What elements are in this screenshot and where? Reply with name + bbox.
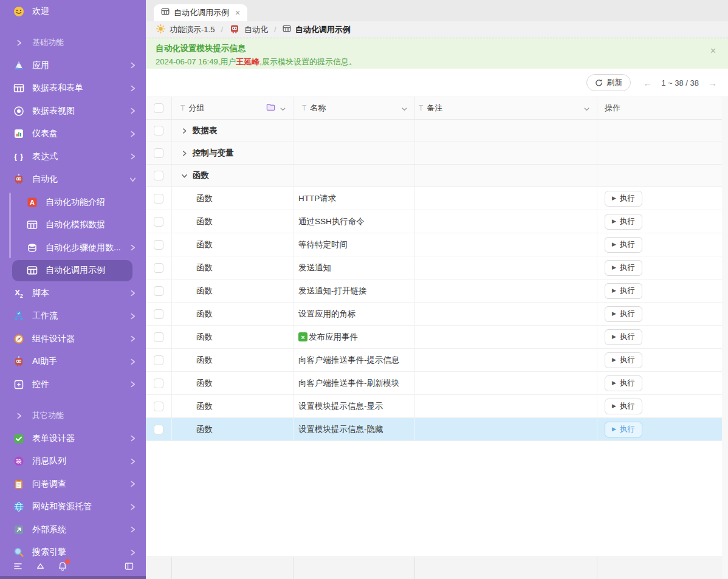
execute-button[interactable]: ▶执行 <box>605 399 642 414</box>
menu-lines-icon[interactable] <box>13 562 23 570</box>
sidebar-item-4[interactable]: 数据表视图 <box>0 100 146 123</box>
group-cell: 函数 <box>172 256 294 279</box>
row-checkbox[interactable] <box>154 217 163 227</box>
row-checkbox[interactable] <box>154 126 163 135</box>
close-icon[interactable]: × <box>710 46 716 56</box>
row-checkbox[interactable] <box>154 148 163 158</box>
sidebar-item-19[interactable]: 消息队列 <box>0 450 146 473</box>
panel-toggle-icon[interactable] <box>125 562 134 570</box>
sidebar-item-label: 自动化 <box>32 174 129 185</box>
row-checkbox[interactable] <box>154 355 163 365</box>
note-cell <box>415 326 597 348</box>
execute-button[interactable]: ▶执行 <box>605 352 642 368</box>
execute-button[interactable]: ▶执行 <box>605 214 642 230</box>
eject-icon[interactable] <box>36 563 45 570</box>
row-checkbox[interactable] <box>154 402 163 411</box>
sidebar-item-5[interactable]: 仪表盘 <box>0 123 146 146</box>
table-row-9[interactable]: 函数×发布应用事件▶执行 <box>146 326 722 349</box>
refresh-button[interactable]: 刷新 <box>586 74 631 91</box>
sidebar-section-17[interactable]: 其它功能 <box>0 405 146 428</box>
sidebar-item-11[interactable]: 自动化调用示例 <box>0 259 146 283</box>
vertical-scrollbar[interactable] <box>723 97 728 579</box>
group-cell: 函数 <box>172 210 294 233</box>
close-icon[interactable]: × <box>235 9 240 17</box>
row-checkbox[interactable] <box>154 332 163 342</box>
table-row-3[interactable]: 函数HTTP请求▶执行 <box>146 187 722 210</box>
sidebar-item-label: 组件设计器 <box>32 334 129 344</box>
row-checkbox[interactable] <box>154 263 163 273</box>
sidebar-item-21[interactable]: 网站和资源托管 <box>0 496 146 519</box>
group-cell[interactable]: 控制与变量 <box>172 142 294 164</box>
sidebar-item-12[interactable]: X2脚本 <box>0 282 146 305</box>
table-row-12[interactable]: 函数设置模块提示信息-显示▶执行 <box>146 395 722 418</box>
select-all-checkbox[interactable] <box>154 103 163 113</box>
row-checkbox[interactable] <box>154 240 163 250</box>
row-checkbox[interactable] <box>154 425 163 434</box>
breadcrumb-item-1[interactable]: 自动化 <box>229 23 268 36</box>
row-checkbox[interactable] <box>154 286 163 296</box>
sidebar-item-13[interactable]: 工作流 <box>0 305 146 328</box>
execute-button[interactable]: ▶执行 <box>605 283 642 299</box>
app-root: 欢迎基础功能应用数据表和表单数据表视图仪表盘{ }表达式自动化A自动化功能介绍自… <box>0 0 728 579</box>
row-checkbox[interactable] <box>154 309 163 319</box>
chevron-down-icon[interactable] <box>181 173 188 179</box>
sidebar-item-20[interactable]: 问卷调查 <box>0 473 146 496</box>
header-group[interactable]: T分组 <box>172 97 294 119</box>
breadcrumb-item-0[interactable]: 功能演示-1.5 <box>156 24 215 35</box>
execute-button[interactable]: ▶执行 <box>605 237 642 253</box>
sidebar-item-15[interactable]: AI助手 <box>0 351 146 374</box>
sidebar-item-10[interactable]: 自动化步骤使用数... <box>0 236 146 259</box>
prev-page-icon[interactable]: ← <box>643 78 652 88</box>
sidebar-item-3[interactable]: 数据表和表单 <box>0 77 146 100</box>
table-row-6[interactable]: 函数发送通知▶执行 <box>146 256 722 279</box>
action-cell <box>597 142 722 164</box>
group-cell: 函数 <box>172 418 294 440</box>
breadcrumb-item-2[interactable]: 自动化调用示例 <box>283 24 351 35</box>
table-row-8[interactable]: 函数设置应用的角标▶执行 <box>146 303 722 326</box>
group-row-0[interactable]: 数据表 <box>146 120 722 142</box>
sidebar-item-23[interactable]: 搜索引擎 <box>0 541 146 558</box>
sidebar-item-22[interactable]: 外部系统 <box>0 518 146 541</box>
sidebar-item-18[interactable]: 表单设计器 <box>0 427 146 450</box>
chevron-right-icon[interactable] <box>181 128 188 134</box>
execute-button[interactable]: ▶执行 <box>605 422 642 437</box>
tab-automation-call-example[interactable]: 自动化调用示例 × <box>154 4 247 21</box>
sidebar-section-label: 基础功能 <box>32 37 136 48</box>
row-checkbox[interactable] <box>154 171 163 180</box>
sidebar-item-2[interactable]: 应用 <box>0 54 146 77</box>
table-row-4[interactable]: 函数通过SSH执行命令▶执行 <box>146 210 722 233</box>
sidebar-item-6[interactable]: { }表达式 <box>0 145 146 168</box>
header-note[interactable]: T备注 <box>415 97 597 119</box>
group-row-2[interactable]: 函数 <box>146 165 722 187</box>
sidebar-item-7[interactable]: 自动化 <box>0 168 146 191</box>
execute-button[interactable]: ▶执行 <box>605 260 642 276</box>
sidebar-section-1[interactable]: 基础功能 <box>0 32 146 55</box>
header-name[interactable]: T名称 <box>294 97 415 119</box>
table-row-5[interactable]: 函数等待特定时间▶执行 <box>146 233 722 256</box>
sidebar-item-8[interactable]: A自动化功能介绍 <box>0 191 146 214</box>
sidebar-item-14[interactable]: 组件设计器 <box>0 327 146 351</box>
group-cell[interactable]: 数据表 <box>172 120 294 142</box>
execute-button[interactable]: ▶执行 <box>605 375 642 391</box>
row-checkbox[interactable] <box>154 194 163 204</box>
next-page-icon[interactable]: → <box>708 78 717 88</box>
sidebar-item-9[interactable]: 自动化模拟数据 <box>0 214 146 237</box>
table-row-7[interactable]: 函数发送通知-打开链接▶执行 <box>146 279 722 303</box>
bell-icon[interactable] <box>58 561 67 571</box>
note-cell <box>415 418 597 440</box>
execute-button[interactable]: ▶执行 <box>605 191 642 207</box>
sidebar-item-0[interactable]: 欢迎 <box>0 0 146 23</box>
chevron-right-icon[interactable] <box>181 150 188 157</box>
notice-banner: 自动化设置模块提示信息 2024-06-07 16:49,用户王延峰,展示模块设… <box>146 38 728 69</box>
table-row-10[interactable]: 函数向客户端推送事件-提示信息▶执行 <box>146 349 722 372</box>
execute-button[interactable]: ▶执行 <box>605 306 642 322</box>
table-row-13[interactable]: 函数设置模块提示信息-隐藏▶执行 <box>146 418 722 441</box>
breadcrumb: 功能演示-1.5/自动化/自动化调用示例 <box>146 21 728 38</box>
table-row-11[interactable]: 函数向客户端推送事件-刷新模块▶执行 <box>146 372 722 395</box>
row-checkbox[interactable] <box>154 379 163 388</box>
group-cell[interactable]: 函数 <box>172 165 294 187</box>
group-row-1[interactable]: 控制与变量 <box>146 142 722 165</box>
note-cell <box>415 349 597 371</box>
execute-button[interactable]: ▶执行 <box>605 329 642 345</box>
sidebar-item-16[interactable]: 控件 <box>0 373 146 396</box>
